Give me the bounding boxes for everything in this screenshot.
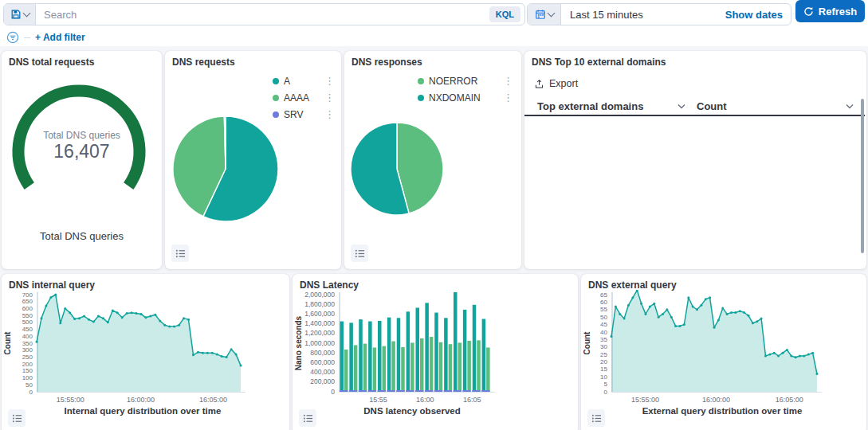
list-icon [303, 413, 313, 424]
svg-text:2,000,000: 2,000,000 [304, 291, 335, 299]
chevron-down-icon [547, 10, 555, 18]
search-input[interactable] [36, 9, 489, 21]
add-filter-link[interactable]: + Add filter [35, 32, 85, 43]
legend: A⋮AAAA⋮SRV⋮ [273, 72, 335, 123]
svg-text:50: 50 [26, 381, 33, 389]
column-label: Count [697, 100, 727, 112]
bar-chart: 0200,000400,000600,000800,0001,000,0001,… [294, 290, 576, 411]
legend-item-noerror[interactable]: NOERROR⋮ [418, 72, 513, 89]
legend-menu-icon[interactable]: ⋮ [495, 75, 513, 87]
legend-menu-icon[interactable]: ⋮ [495, 92, 513, 104]
panel-dns-total-requests: DNS total requests Total DNS queries 16,… [2, 51, 162, 269]
legend-dot [273, 78, 279, 84]
legend-dot [418, 78, 424, 84]
x-axis-title: DNS latency observed [293, 406, 532, 416]
svg-text:700: 700 [22, 291, 33, 299]
svg-text:350: 350 [22, 340, 33, 347]
gauge-bottom-label: Total DNS queries [2, 230, 162, 242]
pie-chart [348, 119, 451, 223]
time-range-value[interactable]: Last 15 minutes [561, 9, 725, 21]
export-label: Export [549, 78, 578, 89]
svg-text:100: 100 [22, 374, 33, 381]
panel-title: DNS requests [172, 57, 235, 68]
list-icon [175, 248, 186, 259]
svg-text:30: 30 [600, 343, 607, 350]
saved-query-menu-button[interactable] [4, 4, 36, 25]
svg-text:650: 650 [22, 298, 33, 305]
svg-text:65: 65 [600, 291, 607, 299]
svg-text:35: 35 [600, 336, 607, 343]
svg-text:500: 500 [22, 319, 33, 326]
kql-language-button[interactable]: KQL [489, 6, 520, 22]
svg-text:200,000: 200,000 [310, 377, 335, 385]
export-button[interactable]: Export [534, 78, 578, 89]
legend-toggle-button[interactable] [299, 409, 316, 427]
date-picker: Last 15 minutes Show dates [527, 3, 791, 25]
legend-item-nxdomain[interactable]: NXDOMAIN⋮ [418, 89, 513, 106]
legend-label: A [284, 76, 290, 87]
area-chart: 0510152025303540455055606515:55:0016:00:… [583, 290, 865, 411]
area-chart: 0501001502002503003504004505005506006507… [3, 290, 288, 411]
legend-label: NXDOMAIN [429, 92, 481, 104]
svg-text:16:05:00: 16:05:00 [776, 396, 803, 404]
legend-toggle-button[interactable] [587, 409, 605, 427]
refresh-icon [803, 6, 814, 17]
legend-label: NOERROR [429, 76, 477, 87]
legend-toggle-button[interactable] [351, 244, 368, 262]
svg-text:0: 0 [331, 388, 335, 396]
svg-text:16:00:00: 16:00:00 [702, 396, 730, 404]
chevron-down-icon [846, 104, 854, 109]
divider [24, 37, 30, 38]
svg-text:10: 10 [600, 373, 607, 381]
svg-text:1,200,000: 1,200,000 [304, 329, 335, 337]
column-label: Top external domains [537, 100, 643, 112]
svg-text:1,800,000: 1,800,000 [304, 300, 335, 308]
column-header-count[interactable]: Count [697, 100, 865, 112]
query-bar: KQL [3, 3, 525, 25]
table-scrollbar[interactable] [861, 99, 864, 253]
panel-dns-external-query: DNS external query 051015202530354045505… [581, 274, 866, 430]
svg-text:Count: Count [583, 331, 591, 355]
legend-menu-icon[interactable]: ⋮ [316, 75, 335, 87]
svg-text:550: 550 [22, 312, 33, 319]
legend-menu-icon[interactable]: ⋮ [316, 92, 335, 104]
svg-text:600,000: 600,000 [310, 358, 335, 366]
svg-text:400,000: 400,000 [310, 368, 335, 376]
svg-text:1,600,000: 1,600,000 [304, 310, 335, 318]
gauge-center-label: Total DNS queries [2, 130, 162, 141]
legend-toggle-button[interactable] [8, 409, 26, 427]
refresh-label: Refresh [819, 6, 857, 18]
column-header-domains[interactable]: Top external domains [524, 100, 697, 112]
list-icon [591, 413, 602, 424]
svg-text:800,000: 800,000 [310, 349, 335, 357]
date-picker-menu-button[interactable] [528, 4, 561, 25]
panel-title: DNS total requests [9, 57, 94, 68]
legend-item-aaaa[interactable]: AAAA⋮ [273, 89, 335, 106]
legend-item-srv[interactable]: SRV⋮ [273, 106, 335, 123]
legend-item-a[interactable]: A⋮ [273, 72, 335, 89]
legend-toggle-button[interactable] [171, 244, 189, 262]
svg-text:450: 450 [22, 326, 33, 333]
chevron-down-icon [22, 10, 30, 18]
svg-text:150: 150 [22, 367, 33, 374]
panel-title: DNS responses [352, 57, 422, 68]
svg-text:300: 300 [22, 346, 33, 354]
legend-label: AAAA [284, 92, 309, 104]
show-dates-link[interactable]: Show dates [725, 9, 791, 21]
svg-text:5: 5 [604, 381, 608, 388]
svg-text:0: 0 [604, 389, 608, 396]
filter-icon[interactable] [6, 31, 19, 44]
panel-title: DNS internal query [9, 280, 95, 291]
refresh-button[interactable]: Refresh [795, 0, 865, 22]
panel-dns-requests: DNS requests A⋮AAAA⋮SRV⋮ [165, 51, 341, 269]
svg-text:25: 25 [600, 351, 607, 358]
legend-dot [273, 95, 279, 101]
legend-menu-icon[interactable]: ⋮ [316, 108, 335, 120]
table-header: Top external domains Count [524, 97, 865, 116]
save-icon [10, 9, 22, 20]
export-icon [534, 79, 544, 89]
svg-text:Nano seconds: Nano seconds [294, 315, 303, 370]
panel-dns-responses: DNS responses NOERROR⋮NXDOMAIN⋮ [344, 51, 521, 269]
panel-dns-internal-query: DNS internal query 050100150200250300350… [2, 274, 289, 430]
svg-text:1,000,000: 1,000,000 [304, 339, 335, 347]
